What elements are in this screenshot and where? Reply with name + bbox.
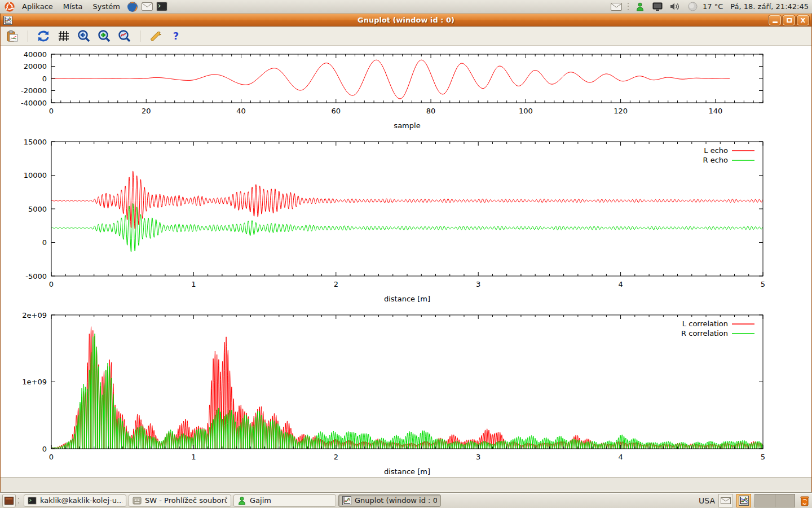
weather-icon[interactable]: [686, 1, 699, 13]
svg-text:140: 140: [708, 107, 722, 115]
taskbar-mail-tray-icon[interactable]: [718, 494, 733, 507]
settings-button[interactable]: [148, 29, 163, 43]
file-manager-icon: [133, 496, 142, 505]
svg-text:-40000: -40000: [21, 99, 47, 107]
svg-text:1: 1: [191, 280, 196, 288]
menu-applications[interactable]: Aplikace: [17, 0, 58, 13]
svg-text:100: 100: [519, 107, 533, 115]
svg-text:20000: 20000: [24, 62, 47, 71]
workspace-1[interactable]: [755, 494, 775, 507]
svg-text:120: 120: [614, 107, 628, 115]
gnuplot-window: Gnuplot (window id : 0) X: [0, 14, 812, 492]
maximize-button[interactable]: [783, 15, 795, 25]
svg-text:20: 20: [142, 107, 151, 115]
svg-text:distance [m]: distance [m]: [384, 467, 430, 476]
taskbar-button-label: SW - Prohlížeč souborů: [145, 496, 227, 505]
taskbar-button-label: kaklik@kaklik-kolej-u...: [40, 496, 122, 505]
minimize-button[interactable]: [769, 15, 781, 25]
zoom-previous-button[interactable]: [77, 29, 91, 43]
terminal-icon: [28, 496, 37, 505]
svg-text:R echo: R echo: [703, 156, 728, 164]
svg-text:40: 40: [236, 107, 246, 115]
temperature-indicator[interactable]: 17 °C: [703, 2, 723, 11]
volume-icon[interactable]: [669, 1, 681, 13]
gnuplot-window-icon: [3, 16, 12, 25]
ubuntu-logo-icon[interactable]: [3, 1, 16, 13]
show-desktop-button[interactable]: [2, 494, 16, 507]
tray-handle[interactable]: [626, 2, 630, 11]
svg-text:distance [m]: distance [m]: [384, 295, 430, 303]
top-panel: Aplikace Místa Systém: [0, 0, 812, 14]
taskbar-button-3[interactable]: Gnuplot (window id : 0): [338, 494, 441, 507]
taskbar-button-label: Gnuplot (window id : 0): [355, 496, 437, 505]
gnuplot-toolbar: ?: [1, 27, 811, 46]
svg-text:5: 5: [761, 280, 765, 288]
svg-text:sample: sample: [394, 121, 420, 130]
gajim-icon: [237, 496, 246, 505]
keyboard-layout-indicator[interactable]: USA: [699, 496, 715, 505]
svg-text:-5000: -5000: [25, 272, 47, 281]
svg-text:0: 0: [49, 453, 54, 461]
taskbar-gnuplot-tray-icon[interactable]: [736, 494, 751, 507]
svg-text:0: 0: [42, 75, 47, 83]
gajim-status-icon[interactable]: [634, 1, 646, 13]
taskbar-button-0[interactable]: kaklik@kaklik-kolej-u...: [24, 494, 126, 507]
workspace-switcher[interactable]: [754, 494, 795, 507]
help-button[interactable]: ?: [169, 29, 183, 43]
svg-text:4: 4: [618, 453, 623, 461]
trash-icon[interactable]: [798, 494, 811, 507]
svg-text:80: 80: [426, 107, 436, 115]
gnuplot-icon: [342, 496, 351, 505]
display-tray-icon[interactable]: [651, 1, 664, 13]
svg-text:L correlation: L correlation: [682, 319, 728, 328]
mail-launcher-icon[interactable]: [141, 1, 153, 13]
svg-text:10000: 10000: [24, 171, 47, 179]
svg-text:4: 4: [618, 280, 623, 288]
close-button[interactable]: X: [797, 15, 809, 25]
taskbar-button-1[interactable]: SW - Prohlížeč souborů: [129, 494, 231, 507]
svg-text:60: 60: [332, 107, 341, 115]
window-statusbar: [1, 477, 811, 491]
svg-text:40000: 40000: [24, 50, 47, 59]
svg-text:3: 3: [476, 280, 480, 288]
terminal-launcher-icon[interactable]: [156, 1, 168, 13]
svg-text:0: 0: [49, 280, 54, 288]
svg-text:0: 0: [42, 445, 47, 453]
tasklist-handle[interactable]: [17, 496, 20, 505]
plot-canvas[interactable]: 020406080100120140-40000-200000200004000…: [1, 46, 811, 477]
svg-text:L echo: L echo: [704, 146, 728, 155]
svg-text:2: 2: [334, 453, 338, 461]
toolbar-separator: [28, 30, 28, 42]
svg-text:3: 3: [476, 453, 480, 461]
svg-text:2: 2: [334, 280, 338, 288]
svg-text:2e+09: 2e+09: [22, 311, 47, 319]
svg-text:5000: 5000: [28, 205, 47, 213]
taskbar-button-2[interactable]: Gajim: [233, 494, 336, 507]
zoom-next-button[interactable]: [97, 29, 112, 43]
taskbar-button-label: Gajim: [250, 496, 271, 505]
charts-svg: 020406080100120140-40000-200000200004000…: [1, 46, 812, 477]
firefox-launcher-icon[interactable]: [126, 1, 139, 13]
workspace-2[interactable]: [775, 494, 795, 507]
svg-text:1: 1: [191, 453, 196, 461]
svg-text:15000: 15000: [24, 138, 47, 146]
menu-system[interactable]: Systém: [87, 0, 125, 13]
svg-text:0: 0: [49, 107, 54, 115]
taskbar: kaklik@kaklik-kolej-u... SW - Prohlížeč …: [0, 492, 812, 508]
svg-text:-20000: -20000: [21, 86, 47, 95]
refresh-button[interactable]: [36, 29, 51, 43]
svg-text:0: 0: [42, 238, 47, 247]
svg-text:1e+09: 1e+09: [22, 378, 47, 386]
svg-text:5: 5: [761, 453, 765, 461]
clock[interactable]: Pá, 18. září, 21:42:45: [730, 2, 809, 11]
export-button[interactable]: [5, 29, 20, 43]
menu-places[interactable]: Místa: [58, 0, 88, 13]
window-title: Gnuplot (window id : 0): [1, 16, 811, 24]
svg-text:R correlation: R correlation: [681, 329, 728, 338]
zoom-reset-button[interactable]: [117, 29, 132, 43]
toolbar-separator: [140, 30, 140, 42]
grid-toggle-button[interactable]: [56, 29, 71, 43]
tray-mail-icon[interactable]: [610, 1, 623, 13]
titlebar[interactable]: Gnuplot (window id : 0) X: [1, 14, 811, 27]
